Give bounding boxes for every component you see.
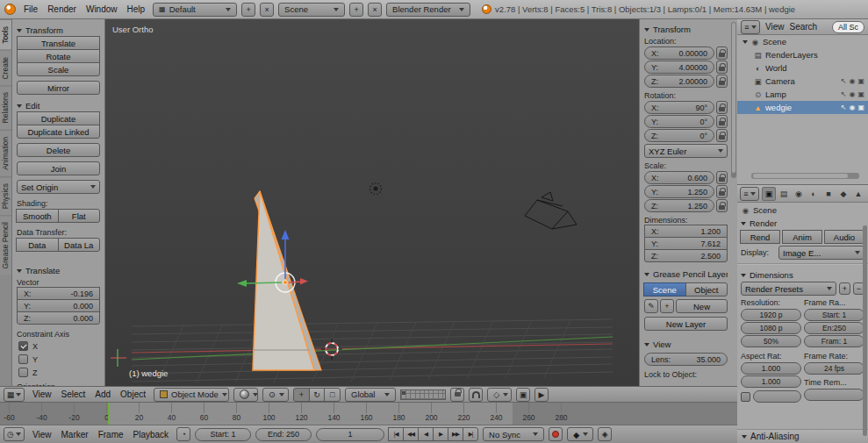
- keying-set-selector[interactable]: ◆: [567, 427, 593, 441]
- editor-type-selector[interactable]: ▦: [4, 388, 25, 402]
- crop-field[interactable]: [753, 390, 801, 403]
- expand-icon[interactable]: [742, 40, 748, 44]
- playback-button[interactable]: ◀◀: [403, 427, 419, 441]
- lock-icon[interactable]: [716, 101, 728, 114]
- camera-object[interactable]: [525, 192, 577, 229]
- menu-item[interactable]: Window: [86, 4, 118, 14]
- resolution-field[interactable]: 1920 p: [741, 309, 801, 321]
- layers-widget[interactable]: [400, 389, 446, 400]
- editor-type-selector[interactable]: ≡: [740, 187, 759, 201]
- pivot-point-selector[interactable]: ⊙: [262, 388, 289, 402]
- view-panel-header[interactable]: View: [644, 338, 728, 351]
- preview-range-toggle-icon[interactable]: ◔: [176, 427, 190, 441]
- frame-range-field[interactable]: Start: 1: [804, 309, 864, 321]
- scale-field[interactable]: Y:1.250: [644, 185, 714, 198]
- set-origin-menu[interactable]: Set Origin: [17, 180, 100, 194]
- mirror-button[interactable]: Mirror: [17, 81, 100, 95]
- rotation-mode-dropdown[interactable]: XYZ Euler: [644, 144, 728, 158]
- restrict-view-icon[interactable]: ◉: [849, 104, 855, 111]
- grease-pencil-panel-header[interactable]: Grease Pencil Layers: [644, 268, 728, 281]
- duplicate-button[interactable]: Duplicate Linked: [17, 125, 100, 139]
- location-field[interactable]: X:0.00000: [644, 46, 714, 60]
- lock-icon[interactable]: [716, 199, 728, 212]
- dimensions-panel-header[interactable]: Dimensions: [741, 268, 864, 282]
- outliner-search-menu[interactable]: Search: [790, 22, 818, 32]
- vector-field[interactable]: Z: 0.000: [17, 311, 100, 325]
- lock-icon[interactable]: [716, 129, 728, 142]
- wedge-object[interactable]: [253, 191, 321, 370]
- screen-layout-selector[interactable]: ▦ Default: [153, 3, 237, 17]
- display-mode-dropdown[interactable]: Image E...: [778, 246, 864, 260]
- render-button[interactable]: Rend: [740, 230, 780, 244]
- frame-range-field[interactable]: En:250: [804, 322, 864, 334]
- rotation-field[interactable]: Z:0°: [644, 129, 714, 142]
- restrict-select-icon[interactable]: ↖: [841, 77, 847, 85]
- toolshelf-tab[interactable]: Physics: [0, 176, 11, 215]
- rotation-field[interactable]: X:90°: [644, 101, 714, 114]
- insert-keyframe-icon[interactable]: ◈: [598, 427, 612, 441]
- border-checkbox[interactable]: [741, 392, 750, 402]
- frame-end-field[interactable]: End: 250: [255, 428, 312, 441]
- data-transfer-button[interactable]: Data: [16, 238, 59, 252]
- gp-add-icon[interactable]: +: [660, 299, 674, 313]
- toolshelf-tab[interactable]: Animation: [0, 130, 11, 176]
- manipulator-scale-icon[interactable]: □: [324, 388, 341, 402]
- menu-item[interactable]: View: [32, 389, 52, 399]
- viewport-3d[interactable]: User Ortho (1) wedgie: [105, 19, 639, 386]
- restrict-render-icon[interactable]: ▣: [857, 90, 864, 98]
- gp-draw-icon[interactable]: ✎: [644, 299, 658, 313]
- outliner-scrollbar[interactable]: [751, 173, 859, 179]
- lock-scene-layers-icon[interactable]: [450, 388, 464, 402]
- properties-tab-icon[interactable]: ▣: [762, 187, 776, 201]
- render-engine-selector[interactable]: Blender Render: [386, 3, 470, 17]
- n-panel-scrollbar[interactable]: [731, 22, 736, 178]
- screen-layout-close-button[interactable]: ×: [260, 3, 274, 17]
- menu-item[interactable]: Marker: [61, 430, 89, 439]
- gp-source-tab[interactable]: Object: [685, 282, 728, 297]
- outliner-item-label[interactable]: Camera: [765, 76, 795, 86]
- editor-type-selector[interactable]: ◷: [4, 427, 25, 441]
- outliner-item-label[interactable]: Lamp: [765, 89, 786, 99]
- vector-field[interactable]: X: -0.196: [17, 287, 100, 300]
- resolution-field[interactable]: 1080 p: [741, 322, 801, 334]
- opengl-render-anim-icon[interactable]: ▶: [534, 388, 549, 402]
- gp-new-layer-button[interactable]: New Layer: [644, 317, 728, 331]
- record-button[interactable]: [549, 427, 563, 441]
- properties-tab-icon[interactable]: ▲: [851, 187, 865, 201]
- menu-item[interactable]: Object: [120, 389, 146, 399]
- properties-tab-icon[interactable]: ▤: [777, 187, 791, 201]
- shading-button[interactable]: Flat: [58, 209, 101, 223]
- restrict-render-icon[interactable]: ▣: [857, 104, 864, 111]
- transform-button[interactable]: Scale: [17, 62, 100, 76]
- vector-field[interactable]: Y: 0.000: [17, 299, 100, 312]
- transform-panel-header[interactable]: Transform: [644, 23, 728, 36]
- manipulator-translate-icon[interactable]: +: [293, 388, 310, 402]
- lock-icon[interactable]: [716, 46, 728, 60]
- properties-tab-icon[interactable]: ◐: [807, 187, 821, 201]
- dimension-field[interactable]: Y:7.612: [644, 237, 728, 250]
- outliner-row[interactable]: ◐ World ↖ ◉ ▣: [737, 61, 868, 75]
- properties-tab-icon[interactable]: ■: [821, 187, 836, 201]
- playback-button[interactable]: ▶: [433, 427, 448, 441]
- anti-aliasing-panel-header[interactable]: Anti-Aliasing: [737, 429, 868, 443]
- properties-scrollbar[interactable]: [863, 225, 867, 436]
- gp-source-tab[interactable]: Scene: [643, 282, 686, 297]
- transform-panel-header[interactable]: Transform: [17, 24, 100, 37]
- scene-selector[interactable]: Scene: [278, 3, 345, 17]
- menu-item[interactable]: Help: [127, 4, 146, 14]
- scene-add-button[interactable]: +: [349, 3, 363, 17]
- render-button[interactable]: Anim: [782, 230, 822, 244]
- editor-type-selector[interactable]: ≡: [741, 20, 760, 34]
- join-button[interactable]: Join: [17, 161, 100, 175]
- toolshelf-tab[interactable]: Grease Pencil: [0, 215, 11, 275]
- toolshelf-tab[interactable]: Create: [0, 50, 11, 86]
- dimension-field[interactable]: Z:2.500: [644, 249, 728, 262]
- lock-icon[interactable]: [716, 171, 728, 184]
- outliner-row[interactable]: ▲ wedgie ↖ ◉ ▣: [737, 101, 868, 114]
- current-frame-field[interactable]: 1: [316, 428, 384, 441]
- time-remap-field[interactable]: [804, 389, 864, 401]
- frame-start-field[interactable]: Start: 1: [195, 428, 251, 441]
- restrict-view-icon[interactable]: ◉: [849, 77, 855, 85]
- scale-field[interactable]: Z:1.250: [644, 199, 714, 212]
- restrict-render-icon[interactable]: ▣: [857, 77, 864, 85]
